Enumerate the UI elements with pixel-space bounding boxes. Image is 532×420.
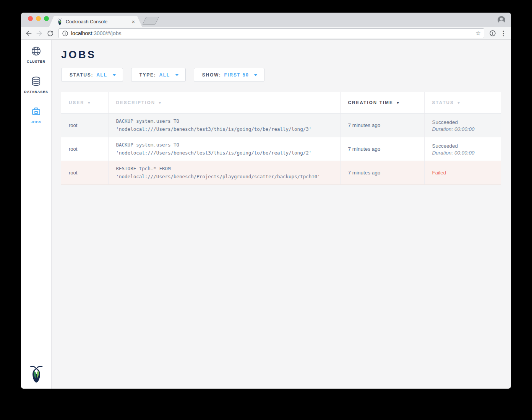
table-header-row: USER ▾ DESCRIPTION ▾ CREATION TIME ▾ STA… [61, 92, 501, 113]
tab-close-icon[interactable]: × [130, 18, 137, 25]
browser-toolbar: localhost:3000/#/jobs ☆ ⋮ [21, 27, 511, 40]
filter-label: STATUS: [70, 72, 93, 78]
cockroach-logo-icon [29, 364, 44, 383]
url-host: localhost [71, 30, 92, 36]
url-text[interactable]: localhost:3000/#/jobs [71, 30, 473, 36]
status-duration: Duration: 00:00:00 [432, 126, 501, 132]
url-path: :3000/#/jobs [92, 30, 121, 36]
column-header-creation-time[interactable]: CREATION TIME ▾ [340, 92, 424, 113]
browser-tab[interactable]: Cockroach Console × [49, 16, 142, 27]
filter-label: SHOW: [202, 72, 221, 78]
job-creation-time: 7 minutes ago [340, 113, 424, 137]
chevron-down-icon [112, 74, 116, 76]
extension-icon[interactable] [488, 29, 497, 38]
status-text: Succeeded [432, 119, 501, 126]
bookmark-star-icon[interactable]: ☆ [475, 30, 481, 36]
sidebar-item-jobs[interactable]: JOBS [30, 106, 42, 124]
type-filter-dropdown[interactable]: TYPE: ALL [131, 68, 186, 82]
column-header-description[interactable]: DESCRIPTION ▾ [108, 92, 340, 113]
minimize-window-button[interactable] [36, 16, 41, 21]
job-description: RESTORE tpch.* FROM 'nodelocal:///Users/… [108, 161, 340, 184]
filter-value: ALL [96, 72, 107, 78]
reload-icon[interactable] [45, 29, 55, 38]
database-icon [30, 75, 42, 87]
app-content: CLUSTER DATABASES [21, 40, 511, 389]
new-tab-button[interactable] [142, 17, 159, 25]
job-creation-time: 7 minutes ago [340, 161, 424, 184]
sidebar-item-cluster[interactable]: CLUSTER [27, 45, 45, 63]
status-text: Succeeded [432, 142, 501, 150]
back-icon[interactable] [24, 29, 33, 38]
sidebar: CLUSTER DATABASES [21, 40, 52, 389]
filter-label: TYPE: [139, 72, 156, 78]
job-status: Succeeded Duration: 00:00:00 [424, 113, 501, 137]
job-user: root [61, 137, 108, 161]
job-status: Succeeded Duration: 00:00:00 [424, 137, 501, 161]
chevron-down-icon [175, 74, 179, 76]
chevron-down-icon [254, 74, 258, 76]
menu-kebab-icon[interactable]: ⋮ [499, 29, 508, 38]
job-description: BACKUP system.users TO 'nodelocal:///Use… [108, 113, 340, 137]
main-content: JOBS STATUS: ALL TYPE: ALL SHOW: FIRST 5… [52, 40, 511, 389]
column-header-status[interactable]: STATUS ▾ [424, 92, 501, 113]
filter-value: FIRST 50 [224, 72, 249, 78]
job-status: Failed [424, 161, 501, 184]
filter-bar: STATUS: ALL TYPE: ALL SHOW: FIRST 50 [61, 68, 501, 82]
tab-strip: Cockroach Console × [21, 13, 511, 27]
job-creation-time: 7 minutes ago [340, 137, 424, 161]
show-filter-dropdown[interactable]: SHOW: FIRST 50 [194, 68, 265, 82]
sort-caret-icon: ▾ [88, 101, 91, 105]
table-row: root BACKUP system.users TO 'nodelocal:/… [61, 113, 501, 137]
column-header-user[interactable]: USER ▾ [61, 92, 108, 113]
cockroach-favicon-icon [57, 18, 63, 25]
jobs-table: USER ▾ DESCRIPTION ▾ CREATION TIME ▾ STA… [61, 92, 501, 185]
globe-icon [30, 45, 42, 57]
status-filter-dropdown[interactable]: STATUS: ALL [61, 68, 123, 82]
briefcase-icon [30, 106, 42, 117]
address-bar[interactable]: localhost:3000/#/jobs ☆ [58, 28, 484, 38]
sidebar-item-label: CLUSTER [27, 60, 45, 63]
table-row: root BACKUP system.users TO 'nodelocal:/… [61, 137, 501, 161]
job-user: root [61, 161, 108, 184]
page-info-icon[interactable] [62, 30, 68, 37]
traffic-lights [28, 16, 49, 21]
sidebar-item-databases[interactable]: DATABASES [24, 75, 48, 94]
profile-avatar-icon[interactable] [497, 15, 506, 24]
status-duration: Duration: 00:00:00 [432, 150, 501, 156]
maximize-window-button[interactable] [44, 16, 49, 21]
tab-title: Cockroach Console [66, 19, 130, 24]
job-description: BACKUP system.users TO 'nodelocal:///Use… [108, 137, 340, 161]
forward-icon[interactable] [35, 29, 44, 38]
sidebar-item-label: JOBS [31, 120, 41, 124]
sidebar-item-label: DATABASES [24, 90, 48, 94]
sort-caret-icon: ▾ [159, 101, 162, 105]
table-row: root RESTORE tpch.* FROM 'nodelocal:///U… [61, 161, 501, 184]
browser-window: Cockroach Console × [21, 13, 511, 389]
status-text: Failed [432, 170, 501, 176]
job-user: root [61, 113, 108, 137]
sort-caret-icon: ▾ [397, 101, 399, 105]
close-window-button[interactable] [28, 16, 33, 21]
sort-caret-icon: ▾ [457, 101, 460, 105]
filter-value: ALL [159, 72, 170, 78]
page-title: JOBS [61, 49, 501, 61]
